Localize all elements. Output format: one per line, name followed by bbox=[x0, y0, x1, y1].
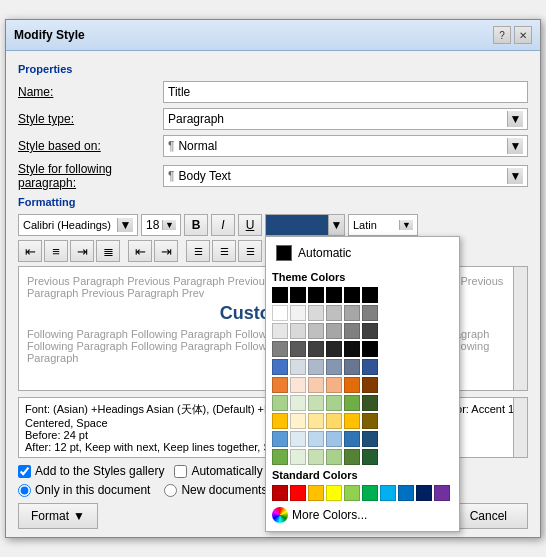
theme-color-swatch[interactable] bbox=[308, 431, 324, 447]
theme-color-swatch[interactable] bbox=[272, 323, 288, 339]
standard-color-swatch[interactable] bbox=[290, 485, 306, 501]
only-in-doc-radio-label[interactable]: Only in this document bbox=[18, 483, 150, 497]
line-space-2-button[interactable]: ☰ bbox=[238, 240, 262, 262]
size-select[interactable]: 18 ▼ bbox=[141, 214, 181, 236]
help-button[interactable]: ? bbox=[493, 26, 511, 44]
theme-color-swatch[interactable] bbox=[290, 377, 306, 393]
theme-color-swatch[interactable] bbox=[272, 287, 288, 303]
standard-color-swatch[interactable] bbox=[272, 485, 288, 501]
add-to-gallery-checkbox[interactable] bbox=[18, 465, 31, 478]
close-button[interactable]: ✕ bbox=[514, 26, 532, 44]
theme-color-swatch[interactable] bbox=[308, 341, 324, 357]
theme-color-swatch[interactable] bbox=[344, 341, 360, 357]
auto-color-row[interactable]: Automatic bbox=[272, 243, 453, 263]
theme-color-swatch[interactable] bbox=[272, 305, 288, 321]
theme-color-swatch[interactable] bbox=[344, 449, 360, 465]
theme-color-swatch[interactable] bbox=[362, 395, 378, 411]
new-docs-radio[interactable] bbox=[164, 484, 177, 497]
theme-color-swatch[interactable] bbox=[326, 431, 342, 447]
theme-color-swatch[interactable] bbox=[326, 323, 342, 339]
theme-color-swatch[interactable] bbox=[290, 323, 306, 339]
theme-color-swatch[interactable] bbox=[272, 395, 288, 411]
align-right-button[interactable]: ⇥ bbox=[70, 240, 94, 262]
line-space-15-button[interactable]: ☰ bbox=[212, 240, 236, 262]
underline-button[interactable]: U bbox=[238, 214, 262, 236]
theme-color-swatch[interactable] bbox=[326, 305, 342, 321]
add-to-gallery-checkbox-label[interactable]: Add to the Styles gallery bbox=[18, 464, 164, 478]
theme-color-swatch[interactable] bbox=[326, 449, 342, 465]
standard-color-swatch[interactable] bbox=[380, 485, 396, 501]
preview-scrollbar[interactable] bbox=[513, 267, 527, 390]
theme-color-swatch[interactable] bbox=[326, 395, 342, 411]
theme-color-swatch[interactable] bbox=[326, 377, 342, 393]
theme-color-swatch[interactable] bbox=[272, 431, 288, 447]
style-based-select[interactable]: ¶ Normal ▼ bbox=[163, 135, 528, 157]
lang-select[interactable]: Latin ▼ bbox=[348, 214, 418, 236]
theme-color-swatch[interactable] bbox=[362, 287, 378, 303]
name-input[interactable]: Title bbox=[163, 81, 528, 103]
theme-color-swatch[interactable] bbox=[290, 395, 306, 411]
theme-color-swatch[interactable] bbox=[362, 305, 378, 321]
theme-color-swatch[interactable] bbox=[326, 341, 342, 357]
only-in-doc-radio[interactable] bbox=[18, 484, 31, 497]
theme-color-swatch[interactable] bbox=[362, 341, 378, 357]
standard-color-swatch[interactable] bbox=[416, 485, 432, 501]
color-dropdown[interactable]: ▼ bbox=[265, 214, 345, 236]
theme-color-swatch[interactable] bbox=[362, 377, 378, 393]
theme-color-swatch[interactable] bbox=[308, 323, 324, 339]
theme-color-swatch[interactable] bbox=[272, 377, 288, 393]
align-center-button[interactable]: ≡ bbox=[44, 240, 68, 262]
bold-button[interactable]: B bbox=[184, 214, 208, 236]
theme-color-swatch[interactable] bbox=[362, 323, 378, 339]
auto-update-checkbox[interactable] bbox=[174, 465, 187, 478]
theme-color-swatch[interactable] bbox=[326, 287, 342, 303]
theme-color-swatch[interactable] bbox=[308, 305, 324, 321]
standard-color-swatch[interactable] bbox=[398, 485, 414, 501]
theme-color-swatch[interactable] bbox=[326, 359, 342, 375]
theme-color-swatch[interactable] bbox=[308, 287, 324, 303]
format-button[interactable]: Format ▼ bbox=[18, 503, 98, 529]
standard-color-swatch[interactable] bbox=[344, 485, 360, 501]
standard-color-swatch[interactable] bbox=[362, 485, 378, 501]
more-colors-row[interactable]: More Colors... bbox=[272, 505, 453, 525]
theme-color-swatch[interactable] bbox=[308, 395, 324, 411]
align-left-button[interactable]: ⇤ bbox=[18, 240, 42, 262]
theme-color-swatch[interactable] bbox=[362, 413, 378, 429]
standard-color-swatch[interactable] bbox=[326, 485, 342, 501]
theme-color-swatch[interactable] bbox=[344, 287, 360, 303]
standard-color-swatch[interactable] bbox=[308, 485, 324, 501]
font-select[interactable]: Calibri (Headings) ▼ bbox=[18, 214, 138, 236]
theme-color-swatch[interactable] bbox=[344, 359, 360, 375]
theme-color-swatch[interactable] bbox=[290, 359, 306, 375]
theme-color-swatch[interactable] bbox=[344, 395, 360, 411]
indent-right-button[interactable]: ⇥ bbox=[154, 240, 178, 262]
theme-color-swatch[interactable] bbox=[290, 431, 306, 447]
align-justify-button[interactable]: ≣ bbox=[96, 240, 120, 262]
cancel-button[interactable]: Cancel bbox=[449, 503, 528, 529]
color-dropdown-arrow[interactable]: ▼ bbox=[328, 215, 344, 235]
theme-color-swatch[interactable] bbox=[344, 323, 360, 339]
theme-color-swatch[interactable] bbox=[290, 449, 306, 465]
theme-color-swatch[interactable] bbox=[362, 431, 378, 447]
theme-color-swatch[interactable] bbox=[290, 341, 306, 357]
theme-color-swatch[interactable] bbox=[362, 359, 378, 375]
style-follow-select[interactable]: ¶ Body Text ▼ bbox=[163, 165, 528, 187]
theme-color-swatch[interactable] bbox=[290, 305, 306, 321]
standard-color-swatch[interactable] bbox=[434, 485, 450, 501]
theme-color-swatch[interactable] bbox=[272, 449, 288, 465]
theme-color-swatch[interactable] bbox=[308, 449, 324, 465]
theme-color-swatch[interactable] bbox=[344, 377, 360, 393]
theme-color-swatch[interactable] bbox=[362, 449, 378, 465]
theme-color-swatch[interactable] bbox=[344, 305, 360, 321]
theme-color-swatch[interactable] bbox=[308, 377, 324, 393]
theme-color-swatch[interactable] bbox=[272, 341, 288, 357]
theme-color-swatch[interactable] bbox=[308, 413, 324, 429]
theme-color-swatch[interactable] bbox=[290, 287, 306, 303]
theme-color-swatch[interactable] bbox=[308, 359, 324, 375]
italic-button[interactable]: I bbox=[211, 214, 235, 236]
desc-scrollbar[interactable] bbox=[513, 398, 527, 457]
style-type-select[interactable]: Paragraph ▼ bbox=[163, 108, 528, 130]
theme-color-swatch[interactable] bbox=[344, 413, 360, 429]
indent-left-button[interactable]: ⇤ bbox=[128, 240, 152, 262]
line-space-1-button[interactable]: ☰ bbox=[186, 240, 210, 262]
